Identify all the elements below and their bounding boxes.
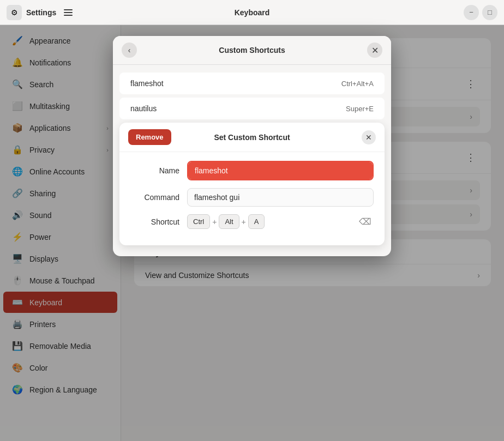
name-form-row: Name flameshot	[130, 161, 374, 180]
overlay-backdrop: ‹ Custom Shortcuts ✕ flameshot Ctrl+Alt+…	[0, 25, 504, 441]
custom-shortcuts-dialog: ‹ Custom Shortcuts ✕ flameshot Ctrl+Alt+…	[113, 36, 391, 256]
app-icon-button[interactable]: ⚙	[7, 5, 22, 20]
window-title: Keyboard	[235, 8, 270, 17]
maximize-button[interactable]: □	[482, 5, 497, 20]
dialog-back-button[interactable]: ‹	[122, 43, 137, 58]
shortcut-form-row: Shortcut Ctrl + Alt + A ⌫	[130, 214, 374, 229]
command-label: Command	[130, 193, 179, 202]
window-controls: − □	[464, 5, 497, 20]
command-form-row: Command	[130, 188, 374, 207]
shortcut-keys-nautilus: Super+E	[346, 105, 374, 113]
name-input-highlighted[interactable]: flameshot	[188, 162, 373, 179]
inner-dialog-title: Set Custom Shortcut	[214, 133, 290, 142]
shortcut-row-nautilus[interactable]: nautilus Super+E	[119, 98, 385, 119]
shortcut-label: Shortcut	[130, 218, 179, 226]
shortcut-keys-form: Ctrl + Alt + A	[187, 214, 357, 229]
a-key-badge: A	[248, 214, 265, 229]
shortcuts-list: flameshot Ctrl+Alt+A nautilus Super+E Re…	[113, 65, 391, 256]
custom-shortcuts-dialog-title: Custom Shortcuts	[219, 46, 285, 55]
plus-separator-1: +	[212, 218, 217, 226]
alt-key-badge: Alt	[219, 214, 239, 229]
name-label: Name	[130, 166, 179, 175]
ctrl-key-badge: Ctrl	[187, 214, 210, 229]
shortcut-name-nautilus: nautilus	[130, 104, 157, 113]
title-bar: ⚙ Settings Keyboard − □	[0, 0, 504, 25]
custom-shortcuts-dialog-header: ‹ Custom Shortcuts ✕	[113, 36, 391, 65]
inner-dialog-close-button[interactable]: ✕	[362, 130, 376, 144]
inner-dialog-header: Remove Set Custom Shortcut ✕	[119, 123, 385, 152]
remove-shortcut-button[interactable]: Remove	[128, 129, 171, 145]
plus-separator-2: +	[242, 218, 246, 226]
shortcut-row-flameshot[interactable]: flameshot Ctrl+Alt+A	[119, 73, 385, 94]
command-input[interactable]	[187, 188, 374, 207]
set-custom-shortcut-dialog: Remove Set Custom Shortcut ✕ Name flames…	[119, 123, 385, 245]
app-name-label: Settings	[26, 8, 56, 17]
title-bar-left: ⚙ Settings	[7, 5, 76, 20]
shortcut-name-flameshot: flameshot	[130, 79, 164, 88]
shortcut-keys-flameshot: Ctrl+Alt+A	[341, 80, 374, 88]
hamburger-menu-button[interactable]	[61, 5, 76, 20]
dialog-close-button[interactable]: ✕	[367, 43, 382, 58]
minimize-button[interactable]: −	[464, 5, 479, 20]
inner-dialog-body: Name flameshot Command Shortcut	[119, 152, 385, 245]
clear-shortcut-button[interactable]: ⌫	[357, 214, 374, 229]
